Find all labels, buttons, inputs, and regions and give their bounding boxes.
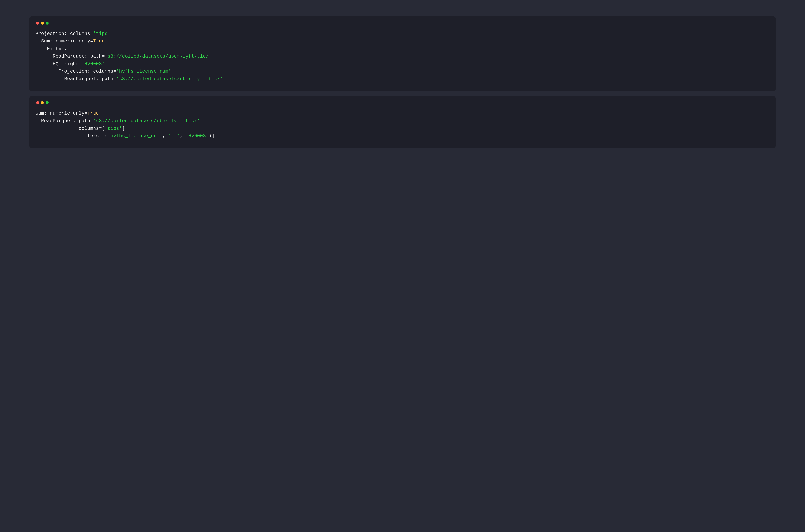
code-token: , bbox=[180, 133, 185, 138]
code-token: True bbox=[88, 111, 99, 116]
code-token: 'hvfhs_license_num' bbox=[108, 133, 163, 138]
window-controls bbox=[35, 21, 770, 27]
code-token: 'HV0003' bbox=[186, 133, 209, 138]
minimize-icon bbox=[41, 22, 44, 24]
code-token: Sum: numeric_only= bbox=[35, 111, 88, 116]
code-token: EQ: right= bbox=[53, 61, 81, 66]
code-token: 'hvfhs_license_num' bbox=[116, 69, 171, 74]
close-icon bbox=[36, 22, 39, 24]
code-panel-bottom: Sum: numeric_only=True ReadParquet: path… bbox=[30, 96, 775, 148]
code-panel-top: Projection: columns='tips' Sum: numeric_… bbox=[30, 17, 775, 91]
code-token: filters=[( bbox=[79, 133, 108, 138]
code-token: Projection: columns= bbox=[35, 31, 93, 36]
zoom-icon bbox=[45, 101, 49, 104]
zoom-icon bbox=[45, 22, 49, 24]
code-token: 's3://coiled-datasets/uber-lyft-tlc/' bbox=[116, 76, 223, 81]
code-token: Sum: numeric_only= bbox=[41, 38, 93, 44]
code-block: Projection: columns='tips' Sum: numeric_… bbox=[35, 30, 770, 83]
code-token: Projection: columns= bbox=[58, 69, 116, 74]
close-icon bbox=[36, 101, 39, 104]
code-token: True bbox=[93, 38, 105, 44]
window-controls bbox=[35, 100, 770, 107]
code-token: Filter: bbox=[47, 46, 67, 52]
code-token: )] bbox=[209, 133, 214, 138]
code-token: ReadParquet: path= bbox=[53, 54, 105, 59]
code-token: 's3://coiled-datasets/uber-lyft-tlc/' bbox=[105, 54, 212, 59]
code-token: columns=[ bbox=[79, 126, 105, 131]
code-token: 'tips' bbox=[93, 31, 110, 36]
code-token: 'tips' bbox=[105, 126, 122, 131]
code-block: Sum: numeric_only=True ReadParquet: path… bbox=[35, 110, 770, 140]
code-token: , bbox=[163, 133, 168, 138]
code-token: 'HV0003' bbox=[81, 61, 105, 66]
code-token: 's3://coiled-datasets/uber-lyft-tlc/' bbox=[93, 118, 200, 124]
code-token: ReadParquet: path= bbox=[41, 118, 93, 124]
code-token: ReadParquet: path= bbox=[64, 76, 116, 81]
code-token: '==' bbox=[168, 133, 180, 138]
minimize-icon bbox=[41, 101, 44, 104]
code-token: ] bbox=[122, 126, 125, 131]
